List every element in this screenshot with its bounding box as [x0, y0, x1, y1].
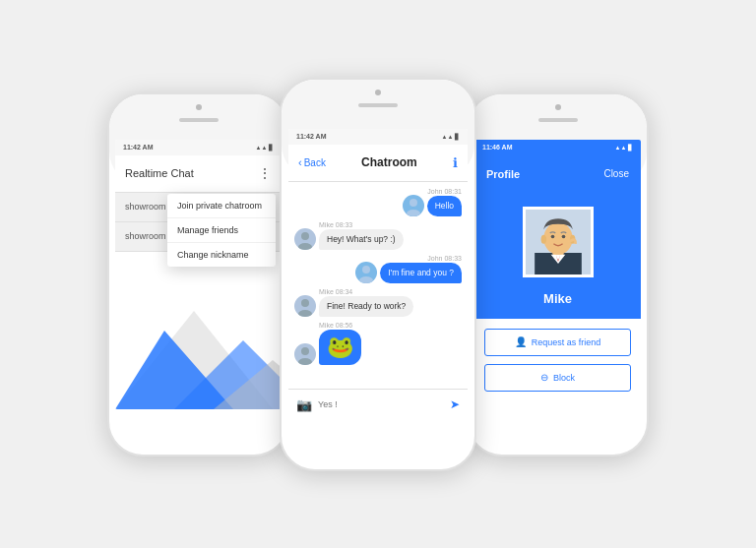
dropdown-menu: Join private chatroom Manage friends Cha… — [167, 194, 276, 267]
bubble-1: Hello — [427, 196, 462, 216]
screen-right: 11:46 AM ▲▲ ▊ Profile Close — [474, 140, 641, 409]
profile-photo-area — [474, 193, 641, 289]
camera-icon[interactable]: 📷 — [296, 397, 312, 412]
svg-point-10 — [362, 266, 370, 274]
svg-point-21 — [543, 221, 572, 254]
msg-meta-2: Mike 08:33 — [319, 221, 404, 228]
camera-right — [555, 104, 561, 110]
svg-point-11 — [359, 276, 373, 283]
left-app-bar: Realtime Chat ⋮ — [115, 155, 282, 193]
avatar-john-1 — [403, 195, 424, 216]
msg-meta-5: Mike 08:56 — [319, 322, 361, 329]
back-label: Back — [304, 157, 326, 168]
svg-point-12 — [301, 299, 309, 307]
status-icons-center: ▲▲ ▊ — [441, 133, 460, 140]
svg-point-8 — [301, 232, 309, 240]
svg-point-22 — [550, 234, 554, 238]
avatar-john-2 — [355, 262, 377, 283]
status-time-left: 11:42 AM — [123, 144, 153, 151]
svg-point-23 — [561, 234, 565, 238]
msg-col-3: John 08:33 I'm fine and you ? — [380, 255, 462, 283]
request-friend-button[interactable]: 👤 Request as friend — [484, 329, 631, 356]
block-button[interactable]: ⊖ Block — [484, 364, 631, 392]
frog-emoji: 🐸 — [327, 335, 353, 360]
menu-dots-icon[interactable]: ⋮ — [258, 166, 272, 180]
msg-col-4: Mike 08:34 Fine! Ready to work? — [319, 288, 413, 317]
block-icon: ⊖ — [540, 372, 548, 383]
material-bg — [115, 311, 282, 409]
status-bar-left: 11:42 AM ▲▲ ▊ — [115, 140, 282, 155]
speaker-right — [538, 118, 578, 122]
avatar-mike-3 — [294, 343, 316, 365]
status-time-right: 11:46 AM — [482, 144, 512, 151]
svg-point-14 — [301, 347, 309, 355]
status-icons-left: ▲▲ ▊ — [255, 144, 274, 151]
status-bar-center: 11:42 AM ▲▲ ▊ — [288, 129, 468, 145]
msg-col-5: Mike 08:56 🐸 — [319, 322, 361, 365]
bubble-3: I'm fine and you ? — [380, 263, 462, 283]
status-bar-right: 11:46 AM ▲▲ ▊ — [474, 140, 641, 155]
phones-container: 11:42 AM ▲▲ ▊ Realtime Chat ⋮ showroom s… — [107, 78, 649, 471]
send-icon[interactable]: ➤ — [450, 397, 460, 411]
back-button[interactable]: ‹ Back — [298, 156, 326, 168]
avatar-mike-2 — [294, 295, 316, 317]
left-app-title: Realtime Chat — [125, 167, 194, 179]
chatroom-title: Chatroom — [361, 155, 417, 169]
block-label: Block — [553, 373, 575, 383]
speaker-center — [358, 103, 398, 107]
profile-title: Profile — [486, 168, 520, 180]
profile-name-row: Mike — [474, 289, 641, 319]
center-app-bar: ‹ Back Chatroom ℹ — [288, 145, 468, 182]
phone-right: 11:46 AM ▲▲ ▊ Profile Close — [467, 92, 649, 457]
message-row-1: John 08:31 Hello — [294, 188, 462, 216]
chat-area: John 08:31 Hello — [288, 182, 468, 389]
right-app-bar: Profile Close — [474, 155, 641, 193]
chat-input-row: 📷 ➤ — [288, 389, 468, 420]
svg-point-24 — [540, 234, 546, 243]
dropdown-join[interactable]: Join private chatroom — [167, 194, 276, 218]
svg-point-15 — [298, 358, 312, 365]
msg-meta-3: John 08:33 — [427, 255, 462, 262]
camera-left — [196, 104, 202, 110]
message-row-3: John 08:33 I'm fine and you ? — [294, 255, 462, 283]
dropdown-nickname[interactable]: Change nickname — [167, 243, 276, 267]
svg-point-9 — [298, 243, 312, 250]
bubble-5: 🐸 — [319, 330, 361, 365]
dropdown-manage[interactable]: Manage friends — [167, 218, 276, 243]
status-icons-right: ▲▲ ▊ — [614, 144, 633, 151]
msg-col-1: John 08:31 Hello — [427, 188, 462, 216]
message-row-5: Mike 08:56 🐸 — [294, 322, 462, 365]
phone-left: 11:42 AM ▲▲ ▊ Realtime Chat ⋮ showroom s… — [107, 92, 289, 457]
msg-col-2: Mike 08:33 Hey! What's up? :) — [319, 221, 404, 250]
avatar-mike-1 — [294, 228, 316, 250]
request-friend-label: Request as friend — [532, 337, 601, 347]
phone-center: 11:42 AM ▲▲ ▊ ‹ Back Chatroom ℹ John 0 — [280, 78, 476, 471]
message-row-4: Mike 08:34 Fine! Ready to work? — [294, 288, 462, 317]
svg-point-6 — [410, 199, 417, 207]
info-icon[interactable]: ℹ — [453, 155, 458, 170]
speaker-left — [179, 118, 219, 122]
profile-actions: 👤 Request as friend ⊖ Block — [474, 319, 641, 401]
status-time-center: 11:42 AM — [296, 133, 326, 140]
screen-left: 11:42 AM ▲▲ ▊ Realtime Chat ⋮ showroom s… — [115, 140, 282, 409]
screen-center: 11:42 AM ▲▲ ▊ ‹ Back Chatroom ℹ John 0 — [288, 129, 468, 420]
chat-input[interactable] — [318, 399, 444, 409]
bubble-2: Hey! What's up? :) — [319, 229, 404, 250]
msg-meta-4: Mike 08:34 — [319, 288, 413, 295]
profile-photo-frame — [523, 207, 594, 277]
chevron-left-icon: ‹ — [298, 156, 302, 168]
svg-point-13 — [298, 310, 312, 317]
add-friend-icon: 👤 — [515, 336, 527, 347]
bubble-4: Fine! Ready to work? — [319, 296, 413, 317]
profile-name: Mike — [543, 291, 572, 306]
camera-center — [375, 90, 381, 95]
close-button[interactable]: Close — [603, 168, 629, 179]
message-row-2: Mike 08:33 Hey! What's up? :) — [294, 221, 462, 250]
msg-meta-1: John 08:31 — [427, 188, 462, 195]
